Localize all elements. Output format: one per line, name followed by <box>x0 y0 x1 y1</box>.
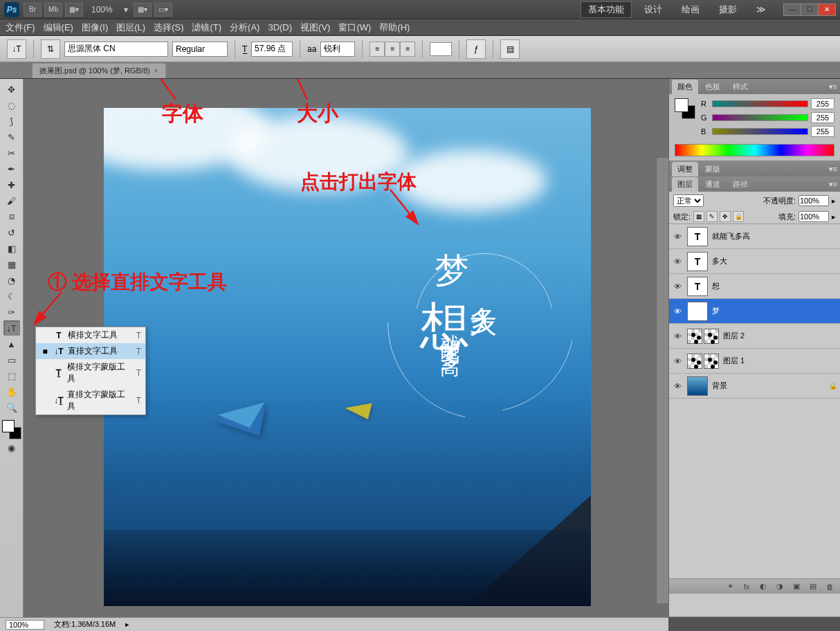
r-slider[interactable] <box>712 100 808 107</box>
fill-input[interactable] <box>798 211 829 222</box>
blend-mode-select[interactable]: 正常 <box>673 194 704 207</box>
document-tab[interactable]: 效果图.psd @ 100% (梦, RGB/8) × <box>32 63 166 78</box>
tab-color[interactable]: 颜色 <box>672 80 698 94</box>
menu-3d[interactable]: 3D(D) <box>268 22 292 33</box>
visibility-icon[interactable]: 👁 <box>672 257 683 266</box>
menu-help[interactable]: 帮助(H) <box>379 21 410 34</box>
workspace-more-icon[interactable]: ≫ <box>749 3 773 16</box>
quick-select-tool[interactable]: ✎ <box>3 129 20 145</box>
flyout-horizontal-type[interactable]: T 横排文字工具 T <box>36 327 145 343</box>
flyout-horizontal-mask[interactable]: T̤ 横排文字蒙版工具 T <box>36 359 145 387</box>
status-docinfo[interactable]: 文档:1.36M/3.16M <box>54 619 116 630</box>
menu-layer[interactable]: 图层(L) <box>116 21 145 34</box>
3d-tool[interactable]: ⬚ <box>3 368 20 383</box>
visibility-icon[interactable]: 👁 <box>672 357 683 365</box>
panel-fgbg[interactable] <box>675 98 695 119</box>
layer-name[interactable]: 多大 <box>712 256 837 266</box>
menu-filter[interactable]: 滤镜(T) <box>192 21 221 34</box>
marquee-tool[interactable]: ◌ <box>3 98 20 113</box>
menu-file[interactable]: 文件(F) <box>6 21 35 34</box>
panel-menu-icon[interactable]: ▾≡ <box>829 180 837 189</box>
align-center[interactable]: ≡ <box>385 42 400 57</box>
layer-row[interactable]: 👁背景🔒 <box>669 374 840 399</box>
panel-menu-icon[interactable]: ▾≡ <box>829 165 837 174</box>
tab-styles[interactable]: 样式 <box>727 80 754 94</box>
visibility-icon[interactable]: 👁 <box>672 282 683 291</box>
tool-preset-icon[interactable]: ↓T <box>7 39 26 59</box>
flyout-vertical-mask[interactable]: ↓T̤ 直排文字蒙版工具 T <box>36 387 145 414</box>
opacity-input[interactable] <box>798 195 829 206</box>
text-color-swatch[interactable] <box>430 42 452 56</box>
hand-tool[interactable]: ✋ <box>3 384 20 399</box>
crop-tool[interactable]: ✂ <box>3 145 20 161</box>
menu-window[interactable]: 窗口(W) <box>338 21 371 34</box>
font-size-select[interactable] <box>251 42 293 57</box>
adjustment-layer-icon[interactable]: ◑ <box>774 582 786 591</box>
layer-fx-icon[interactable]: fx <box>740 583 753 591</box>
layer-name[interactable]: 图层 2 <box>723 331 837 341</box>
panel-dock-strip[interactable] <box>656 158 668 603</box>
dodge-tool[interactable]: ☾ <box>3 289 20 304</box>
g-slider[interactable] <box>712 114 808 121</box>
menu-image[interactable]: 图像(I) <box>82 21 108 34</box>
gradient-tool[interactable]: ▦ <box>3 257 20 272</box>
character-panel-button[interactable]: ▤ <box>500 39 520 59</box>
menu-view[interactable]: 视图(V) <box>300 21 330 34</box>
quick-mask-tool[interactable]: ◉ <box>3 440 20 455</box>
blur-tool[interactable]: ◔ <box>3 273 20 288</box>
layer-group-icon[interactable]: ▣ <box>790 582 803 591</box>
lock-position-icon[interactable]: ✥ <box>720 211 731 222</box>
bridge-button[interactable]: Br <box>24 3 42 17</box>
fg-color[interactable] <box>2 420 15 432</box>
font-family-select[interactable] <box>64 42 168 57</box>
status-zoom-input[interactable]: 100% <box>6 620 44 630</box>
warp-text-button[interactable]: ƒ <box>466 39 486 59</box>
zoom-display[interactable]: 100% <box>91 5 113 15</box>
align-right[interactable]: ≡ <box>400 42 415 57</box>
canvas-area[interactable]: 梦 想 多大 就能飞多高 字体 大小 点击打出字体 ① 选择直排文字工具 T <box>24 79 668 617</box>
layer-row[interactable]: 👁T梦 <box>669 299 840 324</box>
visibility-icon[interactable]: 👁 <box>672 232 683 241</box>
window-close[interactable]: ✕ <box>818 3 836 16</box>
type-tool[interactable]: ↓T <box>3 320 20 336</box>
fill-arrow-icon[interactable]: ▸ <box>832 212 836 221</box>
g-input[interactable] <box>811 112 834 123</box>
tab-adjustments[interactable]: 调整 <box>672 162 698 176</box>
status-arrow-icon[interactable]: ▸ <box>125 620 129 629</box>
layer-name[interactable]: 想 <box>712 281 837 291</box>
pen-tool[interactable]: ✑ <box>3 304 20 320</box>
menu-analysis[interactable]: 分析(A) <box>230 21 259 34</box>
panel-menu-icon[interactable]: ▾≡ <box>829 82 837 91</box>
workspace-photography[interactable]: 摄影 <box>712 2 744 17</box>
color-fg-bg[interactable] <box>2 420 21 439</box>
document-tab-close[interactable]: × <box>154 67 158 75</box>
stamp-tool[interactable]: ⧈ <box>3 209 20 224</box>
workspace-essentials[interactable]: 基本功能 <box>581 1 632 18</box>
link-layers-icon[interactable]: ⚭ <box>724 582 736 591</box>
healing-tool[interactable]: ✚ <box>3 177 20 192</box>
flyout-vertical-type[interactable]: ■ ↓T 直排文字工具 T <box>36 343 145 359</box>
lock-paint-icon[interactable]: ✎ <box>706 211 718 222</box>
move-tool[interactable]: ✥ <box>3 82 20 97</box>
canvas-text-jiuneng[interactable]: 就能飞多高 <box>436 319 462 347</box>
shape-tool[interactable]: ▭ <box>3 352 20 367</box>
layer-name[interactable]: 梦 <box>712 306 837 316</box>
tab-swatches[interactable]: 色板 <box>700 80 726 94</box>
workspace-design[interactable]: 设计 <box>637 2 669 17</box>
font-style-select[interactable] <box>172 42 228 57</box>
layer-name[interactable]: 就能飞多高 <box>712 231 837 241</box>
window-minimize[interactable]: — <box>783 3 801 16</box>
layer-row[interactable]: 👁T想 <box>669 274 840 299</box>
r-input[interactable] <box>811 98 834 109</box>
tab-paths[interactable]: 路径 <box>727 177 754 192</box>
workspace-painting[interactable]: 绘画 <box>675 2 706 17</box>
layer-name[interactable]: 图层 1 <box>723 356 837 366</box>
tab-masks[interactable]: 蒙版 <box>700 162 726 176</box>
layer-row[interactable]: 👁T多大 <box>669 249 840 274</box>
layer-mask-icon[interactable]: ◐ <box>757 582 769 591</box>
b-input[interactable] <box>811 126 834 137</box>
opacity-arrow-icon[interactable]: ▸ <box>832 196 836 205</box>
visibility-icon[interactable]: 👁 <box>672 332 683 340</box>
eyedropper-tool[interactable]: ✒ <box>3 161 20 176</box>
window-maximize[interactable]: ☐ <box>801 3 819 16</box>
